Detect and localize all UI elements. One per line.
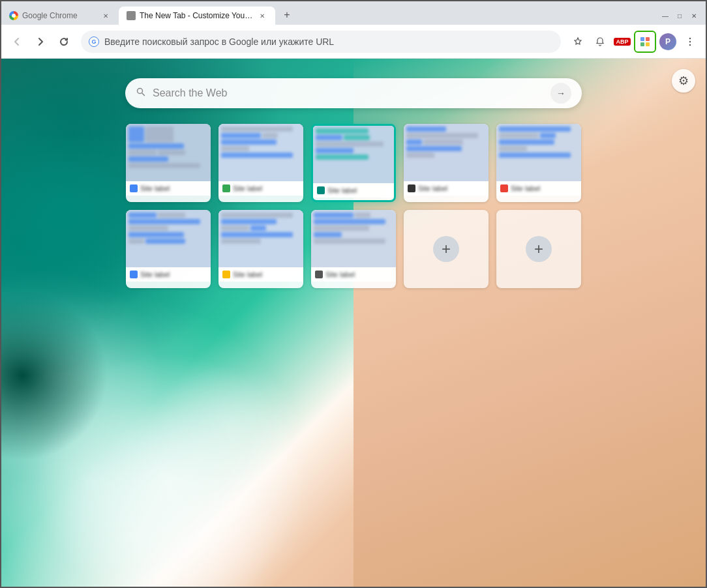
window-controls: — □ ✕: [652, 1, 706, 25]
address-text: Введите поисковый запрос в Google или ук…: [104, 37, 553, 47]
svg-point-4: [689, 37, 691, 38]
sd6-thumbnail: [126, 210, 211, 267]
sd4-label: Site label: [418, 184, 485, 192]
search-icon: [136, 87, 146, 100]
sd1-thumbnail: [126, 124, 211, 181]
add-plus-icon-9: +: [433, 236, 459, 262]
sd2-thumbnail: [218, 124, 303, 181]
sd2-content: Site label: [218, 124, 303, 202]
sd7-content: Site label: [218, 210, 303, 288]
sd5-label-row: Site label: [496, 181, 581, 196]
extensions-button[interactable]: [634, 31, 656, 53]
speed-dial-item-5[interactable]: Site label: [496, 124, 581, 202]
speed-dial-item-10[interactable]: +: [496, 210, 581, 288]
tab-1-close-button[interactable]: ✕: [100, 10, 111, 21]
sd7-thumbnail: [218, 210, 303, 267]
sd5-content: Site label: [496, 124, 581, 202]
sd3-favicon-icon: [317, 186, 325, 194]
sd5-label: Site label: [511, 184, 577, 192]
sd6-label-row: Site label: [126, 267, 211, 282]
notifications-button[interactable]: [590, 31, 610, 52]
sd2-label: Site label: [233, 184, 299, 192]
sd3-thumbnail: [313, 126, 394, 183]
browser-window: Google Chrome ✕ The New Tab - Customize …: [0, 0, 707, 588]
page-content: ⚙ Search the Web →: [1, 59, 706, 587]
add-shortcut-10: +: [526, 236, 552, 262]
speed-dial-item-3[interactable]: Site label: [311, 124, 396, 202]
title-bar: Google Chrome ✕ The New Tab - Customize …: [1, 1, 706, 25]
sd1-label-row: Site label: [126, 181, 211, 196]
new-tab-button[interactable]: +: [278, 6, 296, 24]
tab-2-favicon-icon: [127, 11, 136, 20]
close-button[interactable]: ✕: [687, 9, 700, 22]
speed-dial-item-8[interactable]: Site label: [311, 210, 396, 288]
speed-dial-item-7[interactable]: Site label: [218, 210, 303, 288]
sd5-favicon-icon: [500, 184, 508, 192]
add-plus-icon-10: +: [526, 236, 552, 262]
sd3-label-row: Site label: [313, 183, 394, 198]
sd8-label: Site label: [325, 271, 392, 278]
sd7-favicon-icon: [222, 271, 230, 278]
sd8-content: Site label: [311, 210, 396, 288]
speed-dial-grid: Site label: [126, 124, 581, 288]
sd1-label: Site label: [140, 184, 207, 192]
search-container: Search the Web →: [125, 78, 582, 108]
sd4-thumbnail: [404, 124, 489, 181]
forward-button[interactable]: [30, 31, 51, 52]
star-icon: [573, 37, 583, 47]
speed-dial-item-4[interactable]: Site label: [404, 124, 489, 202]
tab-2-title: The New Tab - Customize Your Start P: [140, 11, 253, 20]
address-bar[interactable]: G Введите поисковый запрос в Google или …: [81, 31, 561, 53]
minimize-button[interactable]: —: [659, 9, 672, 22]
sd8-label-row: Site label: [311, 267, 396, 282]
menu-button[interactable]: [680, 31, 700, 52]
sd8-favicon-icon: [315, 271, 323, 278]
forward-icon: [35, 37, 46, 47]
add-shortcut-9: +: [433, 236, 459, 262]
sd4-label-row: Site label: [404, 181, 489, 196]
reload-icon: [59, 37, 69, 47]
speed-dial-item-6[interactable]: Site label: [126, 210, 211, 288]
svg-rect-2: [640, 42, 644, 46]
bookmark-button[interactable]: [567, 31, 588, 52]
search-submit-button[interactable]: →: [550, 83, 571, 104]
tabs-area: Google Chrome ✕ The New Tab - Customize …: [1, 1, 652, 25]
tab-1-title: Google Chrome: [22, 11, 97, 20]
sd6-content: Site label: [126, 210, 211, 288]
tab-1[interactable]: Google Chrome ✕: [1, 7, 119, 25]
profile-button[interactable]: P: [657, 31, 678, 52]
reload-button[interactable]: [53, 31, 74, 52]
abp-badge: ABP: [614, 38, 630, 46]
sd1-favicon-icon: [130, 184, 138, 192]
maximize-button[interactable]: □: [673, 9, 686, 22]
toolbar-icons: ABP P: [567, 31, 700, 53]
search-placeholder-text: Search the Web: [153, 87, 544, 99]
menu-dots-icon: [685, 37, 695, 47]
svg-rect-3: [646, 42, 650, 46]
sd7-label: Site label: [233, 271, 299, 278]
sd3-content: Site label: [313, 126, 394, 200]
back-button[interactable]: [7, 31, 27, 52]
chrome-favicon-icon: [9, 11, 18, 20]
puzzle-icon: [639, 36, 651, 48]
sd4-content: Site label: [404, 124, 489, 202]
svg-point-7: [138, 89, 143, 94]
svg-rect-0: [640, 37, 644, 41]
sd6-label: Site label: [140, 271, 207, 278]
speed-dial-item-1[interactable]: Site label: [126, 124, 211, 202]
sd5-thumbnail: [496, 124, 581, 181]
sd3-label: Site label: [327, 186, 390, 194]
back-icon: [12, 37, 22, 47]
settings-gear-button[interactable]: ⚙: [672, 69, 695, 93]
navigation-bar: G Введите поисковый запрос в Google или …: [1, 25, 706, 59]
speed-dial-item-9[interactable]: +: [404, 210, 489, 288]
speed-dial-item-2[interactable]: Site label: [218, 124, 303, 202]
sd6-favicon-icon: [130, 271, 138, 278]
svg-point-5: [689, 40, 691, 42]
tab-2-close-button[interactable]: ✕: [257, 10, 267, 21]
search-box[interactable]: Search the Web →: [125, 78, 582, 108]
adblock-button[interactable]: ABP: [612, 31, 633, 52]
gear-icon: ⚙: [678, 74, 689, 88]
google-g-icon: G: [89, 37, 99, 47]
tab-2[interactable]: The New Tab - Customize Your Start P ✕: [119, 7, 275, 25]
